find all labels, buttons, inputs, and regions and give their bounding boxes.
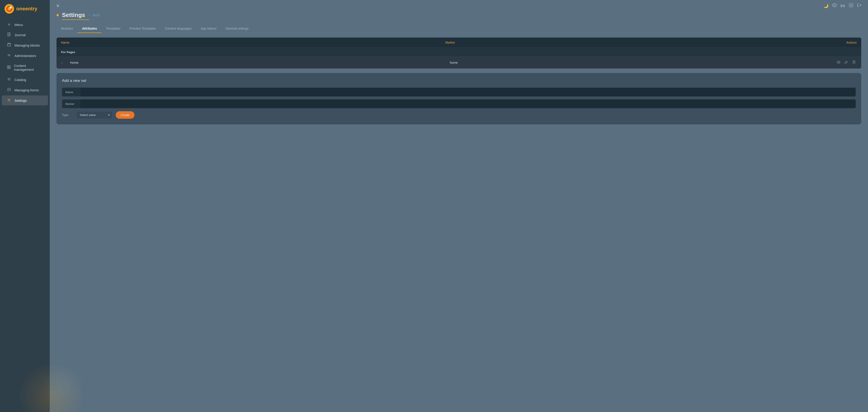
sidebar-item-label: Menu: [14, 23, 23, 27]
tab-modules[interactable]: Modules: [57, 24, 78, 33]
add-set-title: Add a new set: [62, 79, 856, 83]
sidebar-item-label: Managing blocks: [14, 43, 40, 47]
sidebar-item-label: Administrators: [14, 54, 36, 58]
svg-line-36: [846, 61, 847, 62]
sidebar-item-label: Content management: [14, 64, 43, 71]
admin-icon: [7, 53, 11, 58]
attributes-table: Name Marker Actions For Pages ↕ Home hom…: [57, 37, 861, 68]
sidebar-item-journal[interactable]: Journal: [2, 30, 48, 40]
view-button[interactable]: [836, 59, 841, 66]
back-link[interactable]: ← Back: [88, 13, 100, 17]
hamburger-button[interactable]: ≡: [57, 3, 59, 8]
type-form-row: Type Select value ▼ Create: [62, 111, 856, 119]
sidebar-item-label: Catalog: [14, 78, 26, 82]
svg-point-13: [9, 56, 10, 56]
sidebar-nav: ≡ Menu Journal Managing blocks: [0, 18, 50, 108]
svg-rect-37: [853, 61, 855, 63]
sidebar-item-label: Managing forms: [14, 88, 39, 92]
sidebar-item-administrators[interactable]: Administrators: [2, 51, 48, 61]
name-label: Name: [62, 88, 80, 96]
menu-icon: ≡: [7, 23, 11, 27]
edit-button[interactable]: [844, 59, 849, 66]
sidebar-item-content-management[interactable]: Content management: [2, 61, 48, 74]
marker-label: Marker: [62, 99, 80, 108]
marker-input[interactable]: [80, 99, 856, 108]
svg-rect-19: [9, 67, 10, 69]
tab-general-settings[interactable]: General settings: [221, 24, 253, 33]
svg-point-35: [838, 62, 839, 63]
catalog-icon: [7, 77, 11, 82]
journal-icon: [7, 33, 11, 37]
table-section-for-pages: For Pages: [57, 48, 861, 57]
settings-topbar-icon[interactable]: [849, 3, 853, 8]
marker-form-row: Marker: [62, 99, 856, 108]
forms-icon: [7, 88, 11, 92]
sidebar-item-settings[interactable]: Settings: [2, 95, 48, 106]
svg-point-26: [8, 99, 10, 100]
back-label: Back: [93, 13, 100, 17]
header-marker: Marker: [445, 41, 830, 44]
settings-icon: [7, 98, 11, 102]
table-row: ↕ Home home: [57, 57, 861, 68]
type-select[interactable]: Select value: [76, 111, 113, 119]
delete-button[interactable]: [851, 59, 857, 66]
row-name: Home: [70, 61, 450, 64]
svg-rect-17: [9, 66, 10, 67]
main-content: ≡ 🌙 EN: [50, 0, 868, 412]
sidebar-item-catalog[interactable]: Catalog: [2, 75, 48, 85]
tab-preview-templates[interactable]: Preview Templates: [125, 24, 160, 33]
svg-point-31: [849, 3, 853, 7]
add-new-set-card: Add a new set Name Marker Type Select va…: [57, 73, 861, 124]
svg-point-32: [850, 4, 852, 6]
drag-handle-icon[interactable]: ↕: [61, 61, 70, 64]
tab-templates[interactable]: Templates: [101, 24, 125, 33]
type-label: Type: [62, 113, 73, 117]
tab-attributes[interactable]: Attributes: [78, 24, 101, 33]
svg-point-3: [9, 6, 12, 8]
svg-point-34: [837, 61, 840, 63]
tab-content-languages[interactable]: Content languages: [160, 24, 196, 33]
svg-rect-16: [7, 66, 8, 67]
table-header: Name Marker Actions: [57, 37, 861, 48]
create-button[interactable]: Create: [116, 111, 134, 119]
row-actions: [830, 59, 857, 66]
tab-app-tokens[interactable]: App tokens: [196, 24, 221, 33]
topbar-right: 🌙 EN: [824, 3, 861, 8]
logo-icon: [4, 4, 14, 13]
lang-label: EN: [841, 4, 845, 8]
topbar: ≡ 🌙 EN: [50, 0, 868, 11]
header-name: Name: [61, 41, 445, 44]
name-input[interactable]: [80, 88, 856, 96]
page-status-dot: [57, 14, 59, 16]
logo: oneentry: [0, 0, 50, 18]
sidebar-item-label: Journal: [14, 33, 26, 37]
page-title: Settings: [62, 11, 85, 19]
page-content: Settings ← Back Modules Attributes Templ…: [50, 11, 868, 412]
settings-tabs: Modules Attributes Templates Preview Tem…: [57, 24, 861, 33]
sidebar-item-managing-forms[interactable]: Managing forms: [2, 85, 48, 95]
logo-text: oneentry: [16, 6, 37, 12]
row-marker: home: [450, 61, 830, 64]
back-arrow-icon: ←: [88, 13, 92, 17]
logout-icon[interactable]: [857, 3, 861, 8]
header-actions: Actions: [830, 41, 857, 44]
sidebar-item-managing-blocks[interactable]: Managing blocks: [2, 40, 48, 50]
sidebar-item-label: Settings: [14, 98, 27, 102]
blocks-icon: [7, 43, 11, 48]
svg-rect-18: [7, 67, 8, 69]
content-icon: [7, 65, 11, 70]
sidebar-item-menu[interactable]: ≡ Menu: [2, 20, 48, 29]
sidebar: oneentry ≡ Menu Journal: [0, 0, 50, 412]
moon-icon[interactable]: 🌙: [824, 3, 829, 8]
grid-icon[interactable]: [833, 3, 837, 8]
svg-rect-8: [7, 43, 11, 46]
name-form-row: Name: [62, 88, 856, 96]
svg-rect-23: [8, 88, 10, 91]
type-select-wrapper: Select value ▼: [76, 111, 113, 119]
